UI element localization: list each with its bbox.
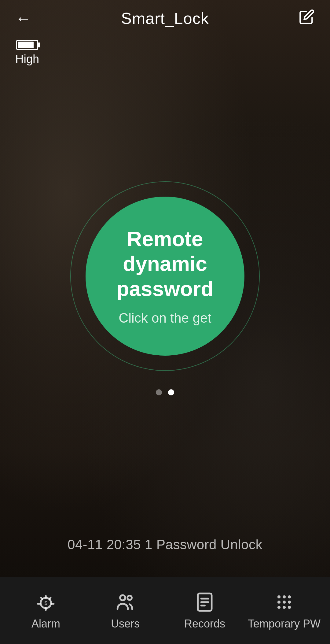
svg-line-3: [49, 598, 50, 599]
page-title: Smart_Lock: [121, 9, 209, 28]
back-button[interactable]: ←: [15, 10, 31, 26]
battery-icon: [16, 40, 38, 50]
svg-point-18: [283, 600, 286, 603]
bottom-nav: $ Alarm Users Records: [0, 577, 330, 644]
users-icon: [114, 591, 136, 613]
circle-outer: Remote dynamic password Click on the get: [70, 181, 260, 371]
battery-label: High: [15, 53, 39, 66]
dot-1[interactable]: [156, 389, 162, 395]
header: ← Smart_Lock: [0, 0, 330, 37]
records-icon: [194, 591, 216, 613]
dot-2[interactable]: [168, 389, 174, 395]
svg-point-9: [127, 595, 132, 600]
svg-line-2: [41, 598, 42, 599]
carousel-dots: [156, 389, 174, 395]
nav-label-alarm: Alarm: [31, 617, 60, 630]
svg-point-17: [277, 600, 280, 603]
nav-label-users: Users: [111, 617, 140, 630]
nav-label-temporary-pw: Temporary PW: [248, 617, 321, 630]
nav-item-users[interactable]: Users: [86, 591, 165, 630]
nav-label-records: Records: [184, 617, 225, 630]
svg-point-14: [277, 595, 280, 598]
svg-point-20: [277, 605, 280, 609]
battery-body: [16, 40, 38, 50]
nav-item-alarm[interactable]: $ Alarm: [6, 591, 86, 630]
circle-title: Remote dynamic password: [98, 227, 232, 302]
svg-point-15: [283, 595, 286, 598]
svg-point-19: [288, 600, 291, 603]
dynamic-password-button[interactable]: Remote dynamic password Click on the get: [86, 197, 244, 356]
grid-icon: [273, 591, 295, 613]
recent-activity: 04-11 20:35 1 Password Unlock: [0, 531, 330, 558]
nav-item-temporary-pw[interactable]: Temporary PW: [244, 591, 324, 630]
edit-button[interactable]: [299, 9, 315, 28]
svg-point-16: [288, 595, 291, 598]
activity-text: 04-11 20:35 1 Password Unlock: [68, 537, 262, 552]
svg-point-8: [120, 595, 125, 600]
alarm-icon: $: [35, 591, 57, 613]
carousel-area: Remote dynamic password Click on the get: [0, 0, 330, 577]
svg-point-22: [288, 605, 291, 609]
battery-section: High: [15, 40, 39, 66]
circle-subtitle: Click on the get: [119, 310, 211, 326]
nav-item-records[interactable]: Records: [165, 591, 244, 630]
svg-text:$: $: [44, 600, 47, 606]
svg-point-21: [283, 605, 286, 609]
battery-fill: [18, 42, 34, 48]
